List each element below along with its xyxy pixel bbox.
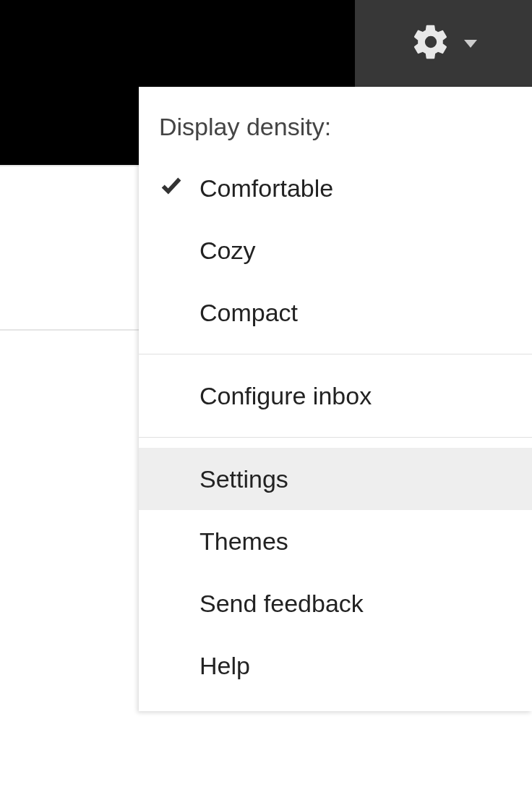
divider (139, 437, 532, 438)
settings-gear-button[interactable] (355, 0, 532, 87)
divider (0, 165, 139, 166)
menu-item-send-feedback[interactable]: Send feedback (139, 572, 532, 634)
content-area: Display density: Comfortable Cozy Compac… (0, 87, 532, 790)
left-panel (0, 87, 139, 790)
menu-item-label: Help (200, 652, 532, 680)
menu-item-themes[interactable]: Themes (139, 510, 532, 572)
divider (139, 354, 532, 354)
menu-item-label: Comfortable (200, 174, 532, 203)
menu-item-help[interactable]: Help (139, 634, 532, 697)
menu-item-density-comfortable[interactable]: Comfortable (139, 157, 532, 219)
check-icon (159, 173, 184, 203)
menu-item-density-cozy[interactable]: Cozy (139, 219, 532, 281)
menu-item-label: Compact (200, 299, 532, 327)
menu-item-label: Settings (200, 465, 532, 493)
menu-item-label: Configure inbox (200, 382, 532, 410)
menu-section-header: Display density: (139, 106, 532, 157)
settings-dropdown-menu: Display density: Comfortable Cozy Compac… (139, 87, 532, 711)
top-toolbar (0, 0, 532, 87)
left-panel-dark (0, 87, 139, 165)
menu-item-label: Cozy (200, 237, 532, 265)
menu-item-label: Themes (200, 527, 532, 556)
menu-item-density-compact[interactable]: Compact (139, 281, 532, 344)
menu-item-label: Send feedback (200, 590, 532, 618)
menu-item-configure-inbox[interactable]: Configure inbox (139, 365, 532, 427)
divider (0, 329, 139, 331)
chevron-down-icon (464, 40, 477, 48)
menu-item-settings[interactable]: Settings (139, 448, 532, 510)
gear-icon (411, 22, 451, 65)
